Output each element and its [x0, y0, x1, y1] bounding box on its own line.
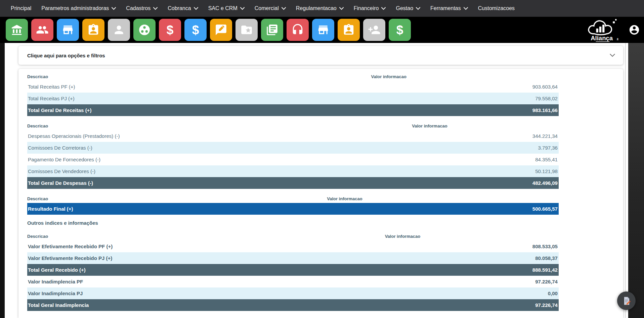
column-header-valor: Valor informacao: [412, 123, 447, 128]
toolbar-button-dollar[interactable]: $: [389, 19, 411, 41]
nav-item-cobranca[interactable]: Cobranca: [168, 5, 198, 11]
toolbar-button-rate-review[interactable]: [210, 19, 232, 41]
table-row: Total Receitas PJ (+)79.558,02: [27, 93, 559, 104]
table-row: Resultado Final (+)500.665,57: [27, 203, 559, 215]
toolbar-button-group-work[interactable]: [133, 19, 156, 41]
chevron-down-icon: [112, 7, 116, 10]
column-header-valor: Valor informacao: [385, 234, 420, 239]
right-edge-background: [628, 43, 644, 318]
edit-report-fab[interactable]: [617, 292, 636, 310]
nav-item-cadastros[interactable]: Cadastros: [126, 5, 158, 11]
shortcut-toolbar: $$$ Aliança ℟: [0, 17, 644, 43]
table-row: Total Geral De Receitas (+)983.161,66: [27, 104, 559, 116]
person-add-icon: [368, 23, 381, 36]
row-value: 0,00: [548, 290, 559, 296]
resultado-table: Descricao Valor informacao Resultado Fin…: [27, 194, 559, 215]
nav-item-label: Customizacoes: [478, 5, 515, 11]
library-icon: [266, 23, 278, 36]
row-label: Comissoes De Vendedores (-): [27, 168, 95, 174]
table-row: Despesas Operacionais (Prestadores) (-)3…: [27, 130, 559, 142]
table-rows: Valor Efetivamente Recebido PF (+)808.53…: [27, 241, 559, 311]
headset-icon: [291, 23, 304, 36]
table-row: Total Geral De Despesas (-)482.496,09: [27, 177, 559, 189]
row-label: Despesas Operacionais (Prestadores) (-): [27, 133, 120, 139]
folder-star-icon: [240, 23, 253, 36]
row-label: Resultado Final (+): [27, 206, 73, 212]
table-row: Valor Inadimplencia PF97.226,74: [27, 276, 559, 287]
row-value: 903.603,64: [532, 84, 559, 90]
store-icon: [317, 23, 330, 36]
nav-item-ferramentas[interactable]: Ferramentas: [430, 5, 468, 11]
nav-item-customizacoes[interactable]: Customizacoes: [478, 5, 515, 11]
row-label: Total Receitas PJ (+): [27, 96, 75, 101]
nav-item-parametros-administradoras[interactable]: Parametros administradoras: [41, 5, 116, 11]
row-label: Comissoes De Corretoras (-): [27, 145, 92, 151]
table-row: Total Geral Recebido (+)888.591,42: [27, 264, 559, 276]
table-header: Descricao Valor informacao: [27, 72, 559, 81]
table-rows: Total Receitas PF (+)903.603,64Total Rec…: [27, 81, 559, 116]
nav-item-financeiro[interactable]: Financeiro: [354, 5, 386, 11]
contact-badge-icon: [87, 23, 100, 36]
toolbar-button-people[interactable]: [31, 19, 53, 41]
nav-item-label: Cadastros: [126, 5, 151, 11]
nav-item-regulamentacao[interactable]: Regulamentacao: [296, 5, 344, 11]
table-rows: Despesas Operacionais (Prestadores) (-)3…: [27, 130, 559, 189]
table-row: Pagamento De Fornecedores (-)84.355,41: [27, 154, 559, 165]
toolbar-button-dollar[interactable]: $: [184, 19, 207, 41]
table-rows: Resultado Final (+)500.665,57: [27, 203, 559, 215]
row-value: 808.533,05: [532, 244, 559, 249]
indices-table: Descricao Valor informacao Valor Efetiva…: [27, 232, 559, 311]
nav-item-principal[interactable]: Principal: [11, 5, 31, 11]
table-row: Valor Inadimplencia PJ0,00: [27, 287, 559, 299]
toolbar-button-person[interactable]: [108, 19, 130, 41]
despesas-table: Descricao Valor informacao Despesas Oper…: [27, 121, 559, 189]
nav-item-gestao[interactable]: Gestao: [396, 5, 420, 11]
row-value: 482.496,09: [532, 180, 559, 186]
nav-item-label: Parametros administradoras: [41, 5, 109, 11]
toolbar-button-dollar[interactable]: $: [159, 19, 181, 41]
table-row: Total Geral Inadimplencia97.226,74: [27, 299, 559, 311]
row-value: 3.797,36: [538, 145, 559, 151]
account-button[interactable]: [629, 24, 640, 36]
row-value: 97.226,74: [535, 279, 559, 284]
chevron-down-icon: [194, 7, 198, 10]
nav-item-label: SAC e CRM: [208, 5, 238, 11]
scrollbar[interactable]: [625, 43, 626, 318]
toolbar-button-bank[interactable]: [6, 19, 28, 41]
table-row: Comissoes De Vendedores (-)50.121,98: [27, 165, 559, 177]
column-header-valor: Valor informacao: [371, 74, 406, 79]
bank-icon: [10, 23, 23, 36]
toolbar-button-store[interactable]: [312, 19, 334, 41]
row-label: Total Geral De Despesas (-): [27, 180, 93, 186]
dollar-icon: $: [167, 24, 174, 36]
chevron-down-icon: [153, 7, 158, 10]
row-value: 79.558,02: [535, 96, 559, 101]
nav-item-comercial[interactable]: Comercial: [255, 5, 286, 11]
main-menu-bar: PrincipalParametros administradorasCadas…: [0, 0, 644, 17]
receitas-table: Descricao Valor informacao Total Receita…: [27, 72, 559, 116]
nav-item-label: Cobranca: [168, 5, 191, 11]
chevron-down-icon: [339, 7, 344, 10]
chevron-down-icon: [464, 7, 468, 10]
row-label: Valor Efetivamente Recebido PF (+): [27, 244, 113, 249]
table-row: Valor Efetivamente Recebido PF (+)808.53…: [27, 241, 559, 252]
nav-item-label: Gestao: [396, 5, 413, 11]
toolbar-button-contact-badge[interactable]: [82, 19, 104, 41]
table-row: Valor Efetivamente Recebido PJ (+)80.058…: [27, 252, 559, 264]
toolbar-button-contact-badge[interactable]: [338, 19, 360, 41]
nav-item-sac-e-crm[interactable]: SAC e CRM: [208, 5, 245, 11]
filters-expander[interactable]: Clique aqui para opções e filtros: [18, 46, 623, 65]
person-icon: [113, 23, 125, 36]
row-value: 50.121,98: [535, 168, 559, 174]
svg-text:℟: ℟: [617, 38, 619, 41]
column-header-descricao: Descricao: [27, 234, 48, 239]
store-icon: [61, 23, 74, 36]
row-label: Total Receitas PF (+): [27, 84, 75, 90]
toolbar-button-headset[interactable]: [287, 19, 309, 41]
toolbar-button-folder-star[interactable]: [235, 19, 258, 41]
chevron-down-icon: [610, 54, 615, 57]
toolbar-button-person-add[interactable]: [363, 19, 385, 41]
toolbar-button-library[interactable]: [261, 19, 283, 41]
dollar-icon: $: [192, 24, 199, 36]
toolbar-button-store[interactable]: [57, 19, 79, 41]
